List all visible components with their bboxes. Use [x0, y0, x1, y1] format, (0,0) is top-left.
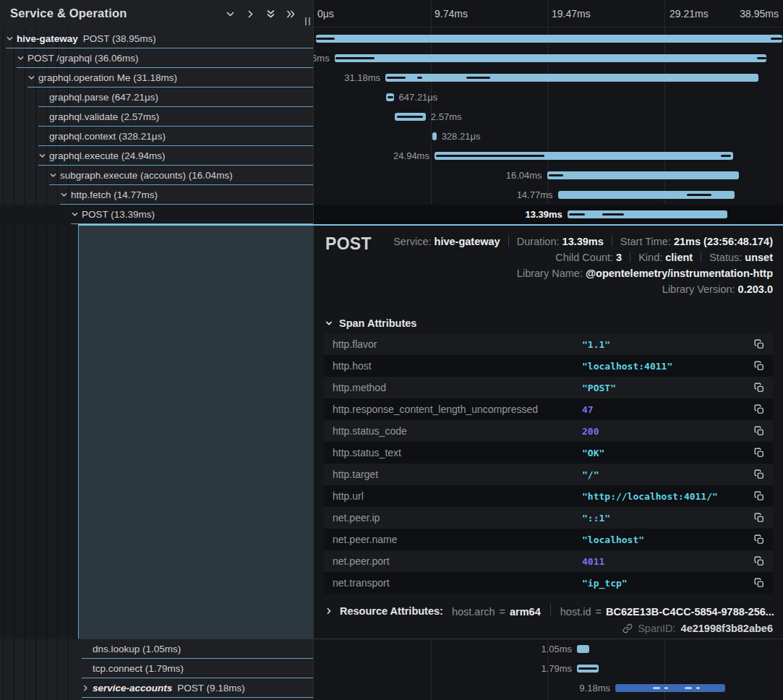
copy-icon	[754, 426, 764, 436]
timeline-row[interactable]: 13.39ms	[314, 205, 783, 224]
chevron-down-icon[interactable]	[38, 152, 46, 160]
copy-value-button[interactable]	[754, 361, 764, 371]
span-label: hive-gatewayPOST (38.95ms)	[17, 29, 156, 48]
attribute-key: net.transport	[333, 577, 582, 589]
timeline-row[interactable]: 9.18ms	[314, 678, 783, 698]
attribute-value: "1.1"	[582, 339, 754, 350]
chevron-down-icon[interactable]	[27, 74, 35, 82]
panel-resize-handle[interactable]	[305, 17, 310, 25]
copy-value-button[interactable]	[754, 469, 764, 479]
panel-divider[interactable]	[313, 639, 314, 700]
meta-value: @opentelemetry/instrumentation-http	[586, 268, 773, 279]
attribute-key: http.response_content_length_uncompresse…	[333, 404, 582, 415]
chevron-down-icon[interactable]	[60, 191, 68, 199]
meta-label: Duration:	[517, 236, 562, 247]
meta-line: Library Name: @opentelemetry/instrumenta…	[393, 265, 773, 281]
span-bar[interactable]	[577, 665, 599, 673]
resource-attributes-header[interactable]: Resource Attributes: host.arch=arm64host…	[325, 603, 774, 619]
span-label: POST (13.39ms)	[82, 205, 155, 224]
timeline-row[interactable]: 328.21μs	[314, 127, 783, 146]
timeline-row[interactable]: 14.77ms	[314, 185, 783, 205]
span-bar[interactable]	[316, 35, 782, 43]
chevron-down-icon[interactable]	[71, 210, 79, 218]
tree-row[interactable]: graphql.validate (2.57ms)	[0, 107, 314, 127]
tree-row[interactable]: graphql.context (328.21μs)	[0, 127, 314, 146]
attribute-key: http.status_text	[333, 447, 582, 458]
span-label: graphql.parse (647.21μs)	[49, 88, 158, 107]
copy-value-button[interactable]	[754, 556, 764, 566]
copy-value-button[interactable]	[754, 513, 764, 523]
copy-value-button[interactable]	[754, 448, 764, 458]
child-span-marker	[578, 667, 597, 670]
tree-row[interactable]: subgraph.execute (accounts) (16.04ms)	[0, 166, 314, 185]
attribute-row: http.flavor"1.1"	[324, 333, 773, 355]
copy-value-button[interactable]	[754, 404, 764, 414]
span-bar[interactable]	[558, 191, 735, 199]
chevron-down-icon[interactable]	[17, 54, 25, 62]
row-underline	[82, 697, 314, 698]
chevrons-down-icon[interactable]	[265, 9, 276, 20]
span-label: dns.lookup (1.05ms)	[93, 639, 181, 659]
copy-value-button[interactable]	[754, 578, 764, 588]
span-bar[interactable]	[435, 152, 733, 160]
copy-value-button[interactable]	[754, 383, 764, 393]
chevron-right-icon[interactable]	[245, 9, 256, 20]
span-bar[interactable]	[395, 113, 426, 121]
copy-icon	[754, 513, 764, 523]
tree-row[interactable]: graphql.operation Me (31.18ms)	[0, 68, 314, 88]
attribute-row: net.peer.ip"::1"	[324, 507, 773, 529]
timeline-row[interactable]: 647.21μs	[314, 88, 783, 107]
span-attributes-header[interactable]: Span Attributes	[325, 317, 416, 329]
span-bar[interactable]	[615, 684, 725, 692]
tree-row[interactable]: dns.lookup (1.05ms)	[0, 639, 314, 659]
chevron-down-icon[interactable]	[6, 35, 14, 43]
timeline-row[interactable]: 24.94ms	[314, 146, 783, 166]
span-bar[interactable]	[568, 210, 728, 218]
attribute-value: 4011	[582, 556, 754, 567]
timeline-row[interactable]: 31.18ms	[314, 68, 783, 88]
tree-row[interactable]: graphql.execute (24.94ms)	[0, 146, 314, 166]
span-bar[interactable]	[577, 645, 589, 653]
chevrons-right-icon[interactable]	[286, 9, 296, 20]
timeline-row[interactable]: 1.05ms	[314, 639, 783, 659]
chevron-down-icon[interactable]	[49, 171, 57, 179]
tree-row[interactable]: POST /graphql (36.06ms)	[0, 48, 314, 68]
meta-value: unset	[745, 252, 773, 263]
divider	[550, 605, 551, 615]
timeline-row[interactable]: 36.06ms	[314, 48, 783, 68]
span-bar[interactable]	[385, 74, 758, 82]
chevron-right-icon[interactable]	[82, 684, 90, 692]
span-bar[interactable]	[335, 54, 766, 62]
child-span-marker	[466, 77, 490, 79]
tree-row[interactable]: POST (13.39ms)	[0, 205, 314, 224]
copy-value-button[interactable]	[754, 426, 764, 436]
tree-row[interactable]: graphql.parse (647.21μs)	[0, 88, 314, 107]
chevron-down-icon[interactable]	[225, 9, 236, 20]
span-meta: Service: hive-gatewayDuration: 13.39msSt…	[393, 234, 773, 297]
span-bar[interactable]	[547, 171, 740, 179]
attribute-value: 200	[582, 426, 754, 437]
copy-value-button[interactable]	[754, 491, 764, 501]
timeline-row[interactable]: 16.04ms	[314, 166, 783, 185]
tick-label: 29.21ms	[669, 8, 709, 20]
timeline-row[interactable]: 1.79ms	[314, 659, 783, 678]
copy-value-button[interactable]	[754, 534, 764, 545]
timeline-row[interactable]: 38.95ms	[314, 29, 783, 48]
copy-icon	[754, 534, 764, 545]
resource-attribute-pairs: host.arch=arm64host.id=BC62E13B-C4CC-585…	[452, 605, 774, 618]
link-icon[interactable]	[622, 623, 633, 633]
attribute-key: http.url	[333, 490, 582, 502]
timeline-row[interactable]: 2.57ms	[314, 107, 783, 127]
tick-label: 0μs	[317, 8, 334, 20]
panel-divider[interactable]	[313, 0, 314, 224]
copy-value-button[interactable]	[754, 339, 764, 349]
span-bar[interactable]	[432, 132, 437, 140]
copy-icon	[754, 361, 764, 371]
tree-row[interactable]: http.fetch (14.77ms)	[0, 185, 314, 205]
child-span-marker	[685, 687, 692, 689]
span-bar[interactable]	[386, 93, 394, 101]
tree-row[interactable]: tcp.connect (1.79ms)	[0, 659, 314, 678]
tree-row[interactable]: service-accountsPOST (9.18ms)	[0, 678, 314, 698]
attribute-value: "localhost"	[582, 534, 754, 545]
tree-row[interactable]: hive-gatewayPOST (38.95ms)	[0, 29, 314, 48]
